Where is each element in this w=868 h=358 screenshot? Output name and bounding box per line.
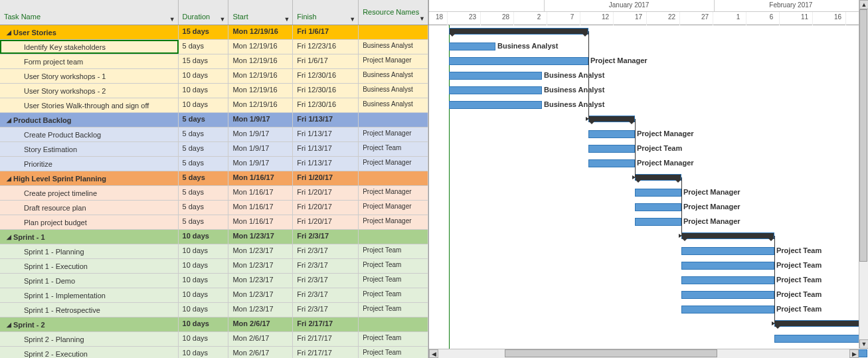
cell-resource[interactable]: Project Team xyxy=(359,332,428,346)
dropdown-icon[interactable]: ▼ xyxy=(220,16,226,23)
gantt-row[interactable]: Project Team xyxy=(429,142,868,157)
cell-resource[interactable] xyxy=(359,25,428,39)
table-row[interactable]: Story Estimation5 daysMon 1/9/17Fri 1/13… xyxy=(0,142,428,157)
cell-start[interactable]: Mon 1/9/17 xyxy=(228,157,293,171)
gantt-task-bar[interactable]: Project Manager xyxy=(588,159,635,167)
gantt-row[interactable]: Project Team xyxy=(429,303,868,317)
scroll-left-icon[interactable]: ◀ xyxy=(429,349,438,358)
cell-task-name[interactable]: User Story workshops - 1 xyxy=(0,69,179,83)
gantt-row[interactable]: Project Manager xyxy=(429,157,868,171)
cell-duration[interactable]: 5 days xyxy=(179,186,229,200)
cell-resource[interactable]: Business Analyst xyxy=(359,69,428,83)
cell-task-name[interactable]: Form project team xyxy=(0,54,179,68)
cell-resource[interactable] xyxy=(359,113,428,127)
gantt-row[interactable] xyxy=(429,171,868,186)
cell-task-name[interactable]: User Stories Walk-through and sign off xyxy=(0,98,179,112)
cell-start[interactable]: Mon 2/6/17 xyxy=(228,332,293,346)
gantt-task-bar[interactable]: Business Analyst xyxy=(449,72,542,80)
gantt-row[interactable]: Business Analyst xyxy=(429,40,868,54)
cell-duration[interactable]: 10 days xyxy=(179,84,229,98)
gantt-scrollbar-h[interactable]: ◀ ▶ xyxy=(429,349,859,358)
scroll-down-icon[interactable]: ▼ xyxy=(859,339,868,349)
cell-finish[interactable]: Fri 2/3/17 xyxy=(293,288,359,302)
cell-finish[interactable]: Fri 1/13/17 xyxy=(293,128,359,141)
cell-finish[interactable]: Fri 1/6/17 xyxy=(293,54,359,68)
cell-finish[interactable]: Fri 12/30/16 xyxy=(293,98,359,112)
cell-finish[interactable]: Fri 2/3/17 xyxy=(293,303,359,317)
gantt-row[interactable]: Business Analyst xyxy=(429,98,868,113)
cell-duration[interactable]: 15 days xyxy=(179,54,229,68)
cell-task-name[interactable]: Sprint 1 - Demo xyxy=(0,274,179,288)
gantt-task-bar[interactable]: Project Team xyxy=(681,306,774,313)
cell-start[interactable]: Mon 12/19/16 xyxy=(228,98,293,112)
dropdown-icon[interactable]: ▼ xyxy=(284,16,290,23)
collapse-icon[interactable]: ◢ xyxy=(7,175,13,182)
cell-start[interactable]: Mon 1/9/17 xyxy=(228,113,293,127)
cell-duration[interactable]: 5 days xyxy=(179,201,229,215)
table-row[interactable]: ◢User Stories15 daysMon 12/19/16Fri 1/6/… xyxy=(0,25,428,40)
col-resource[interactable]: Resource Names▼ xyxy=(359,0,428,25)
table-row[interactable]: Sprint 1 - Retrospective10 daysMon 1/23/… xyxy=(0,303,428,317)
gantt-task-bar[interactable]: Project Team xyxy=(588,145,635,153)
gantt-row[interactable] xyxy=(429,113,868,128)
cell-task-name[interactable]: ◢Product Backlog xyxy=(0,113,179,127)
cell-duration[interactable]: 10 days xyxy=(179,288,229,302)
gantt-row[interactable]: Project Team xyxy=(429,244,868,259)
gantt-row[interactable]: Project Manager xyxy=(429,186,868,201)
table-row[interactable]: Sprint 2 - Planning10 daysMon 2/6/17Fri … xyxy=(0,332,428,347)
gantt-row[interactable]: Project Manager xyxy=(429,54,868,69)
cell-finish[interactable]: Fri 1/6/17 xyxy=(293,25,359,39)
col-task-name[interactable]: Task Name▼ xyxy=(0,0,179,25)
cell-start[interactable]: Mon 1/23/17 xyxy=(228,303,293,317)
gantt-task-bar[interactable]: Project Manager xyxy=(588,130,635,138)
table-row[interactable]: ◢Sprint - 110 daysMon 1/23/17Fri 2/3/17 xyxy=(0,230,428,244)
cell-duration[interactable]: 10 days xyxy=(179,98,229,112)
gantt-task-bar[interactable]: Project Team xyxy=(774,335,867,343)
table-row[interactable]: Create project timeline5 daysMon 1/16/17… xyxy=(0,186,428,201)
table-row[interactable]: Sprint 1 - Implementation10 daysMon 1/23… xyxy=(0,288,428,303)
cell-finish[interactable]: Fri 1/20/17 xyxy=(293,186,359,200)
cell-start[interactable]: Mon 1/23/17 xyxy=(228,274,293,288)
cell-start[interactable]: Mon 1/16/17 xyxy=(228,171,293,185)
cell-finish[interactable]: Fri 12/30/16 xyxy=(293,84,359,98)
gantt-row[interactable]: Project Manager xyxy=(429,201,868,215)
table-row[interactable]: Sprint 1 - Planning10 daysMon 1/23/17Fri… xyxy=(0,244,428,259)
cell-duration[interactable]: 10 days xyxy=(179,244,229,258)
dropdown-icon[interactable]: ▼ xyxy=(419,15,425,23)
cell-task-name[interactable]: User Story workshops - 2 xyxy=(0,84,179,98)
cell-resource[interactable]: Project Team xyxy=(359,347,428,358)
cell-start[interactable]: Mon 12/19/16 xyxy=(228,84,293,98)
gantt-task-bar[interactable]: Project Team xyxy=(681,247,774,255)
cell-finish[interactable]: Fri 1/13/17 xyxy=(293,157,359,171)
scroll-track-h[interactable] xyxy=(438,349,849,358)
cell-duration[interactable]: 5 days xyxy=(179,128,229,141)
scroll-thumb-h[interactable] xyxy=(505,349,717,357)
cell-task-name[interactable]: Sprint 1 - Execution xyxy=(0,259,179,273)
gantt-task-bar[interactable]: Project Manager xyxy=(449,57,588,65)
cell-start[interactable]: Mon 1/16/17 xyxy=(228,186,293,200)
table-row[interactable]: User Story workshops - 210 daysMon 12/19… xyxy=(0,84,428,98)
cell-resource[interactable] xyxy=(359,171,428,185)
cell-task-name[interactable]: Create Product Backlog xyxy=(0,128,179,141)
cell-start[interactable]: Mon 2/6/17 xyxy=(228,317,293,331)
table-row[interactable]: Form project team15 daysMon 12/19/16Fri … xyxy=(0,54,428,69)
cell-duration[interactable]: 10 days xyxy=(179,230,229,244)
collapse-icon[interactable]: ◢ xyxy=(7,29,13,36)
cell-task-name[interactable]: Story Estimation xyxy=(0,142,179,156)
gantt-task-bar[interactable]: Project Team xyxy=(681,276,774,284)
cell-duration[interactable]: 10 days xyxy=(179,332,229,346)
cell-duration[interactable]: 5 days xyxy=(179,113,229,127)
cell-task-name[interactable]: Identify Key stakeholders xyxy=(0,40,179,54)
gantt-row[interactable]: Project Team xyxy=(429,259,868,274)
table-row[interactable]: ◢Product Backlog5 daysMon 1/9/17Fri 1/13… xyxy=(0,113,428,128)
gantt-summary-bar[interactable] xyxy=(681,232,774,239)
cell-task-name[interactable]: Plan project budget xyxy=(0,215,179,229)
cell-finish[interactable]: Fri 1/20/17 xyxy=(293,201,359,215)
cell-finish[interactable]: Fri 2/17/17 xyxy=(293,332,359,346)
cell-finish[interactable]: Fri 12/30/16 xyxy=(293,69,359,83)
cell-task-name[interactable]: Sprint 1 - Retrospective xyxy=(0,303,179,317)
cell-task-name[interactable]: ◢User Stories xyxy=(0,25,179,39)
cell-finish[interactable]: Fri 2/3/17 xyxy=(293,274,359,288)
cell-finish[interactable]: Fri 1/13/17 xyxy=(293,113,359,127)
gantt-task-bar[interactable]: Project Manager xyxy=(635,203,681,211)
